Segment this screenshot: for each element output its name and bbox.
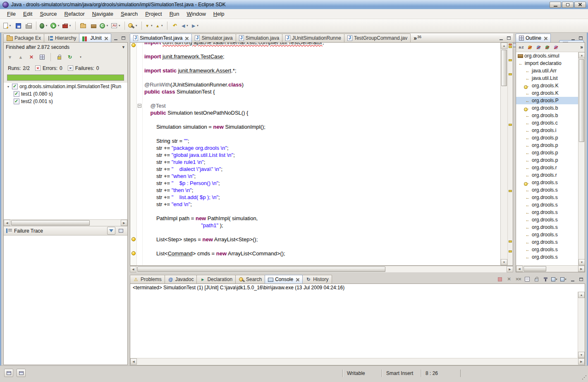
window-resize-grip[interactable] xyxy=(581,375,586,380)
outline-item[interactable]: ←org.drools.b xyxy=(516,104,578,112)
editor-tab[interactable]: JSimulationTest.java xyxy=(130,34,192,42)
editor-vertical-scrollbar[interactable]: ▲ ▼ xyxy=(500,43,507,265)
scroll-left-button[interactable]: ◀ xyxy=(516,266,523,272)
scroll-thumb[interactable] xyxy=(523,266,546,271)
editor-tab[interactable]: JTestGroupCommand.jav xyxy=(344,34,411,42)
restore-window-button[interactable] xyxy=(562,2,574,8)
minimize-view-button[interactable] xyxy=(570,35,576,41)
view-tab-package-ex[interactable]: Package Ex xyxy=(3,34,44,42)
overview-annotation[interactable] xyxy=(509,43,512,46)
compare-result-button[interactable] xyxy=(117,227,125,235)
outline-item[interactable]: ←org.drools.i xyxy=(516,127,578,134)
close-tab-icon[interactable] xyxy=(185,36,189,40)
outline-item[interactable]: ←org.drools.s xyxy=(516,179,578,186)
outline-item[interactable]: ←org.drools.s xyxy=(516,231,578,238)
outline-item[interactable]: ←org.drools.p xyxy=(516,142,578,149)
debug-button[interactable]: ▾ xyxy=(39,21,49,31)
editor-tab[interactable]: JSimulation.java xyxy=(236,34,282,42)
menu-item-navigate[interactable]: Navigate xyxy=(88,10,117,18)
remove-all-launches-button[interactable]: ✕✕ xyxy=(515,276,521,282)
clear-console-button[interactable] xyxy=(524,276,531,282)
scroll-down-button[interactable]: ▼ xyxy=(501,259,507,265)
overview-ruler[interactable] xyxy=(507,43,513,265)
scroll-right-button[interactable]: ▶ xyxy=(578,358,585,365)
minimize-window-button[interactable] xyxy=(550,2,561,8)
view-tab-hierarchy[interactable]: Hierarchy xyxy=(44,34,79,42)
junit-horizontal-scrollbar[interactable]: ◀ ▶ xyxy=(4,219,127,226)
run-button[interactable]: ▾ xyxy=(50,21,61,31)
junit-tree-item[interactable]: test1 (0.080 s) xyxy=(4,90,127,98)
menu-item-run[interactable]: Run xyxy=(166,10,183,18)
editor-horizontal-scrollbar[interactable]: ◀ ▶ xyxy=(130,266,513,272)
console-output[interactable]: ▲ ▼ xyxy=(130,292,585,358)
overview-annotation[interactable] xyxy=(509,73,512,75)
new-class-button[interactable]: C▾ xyxy=(99,21,110,31)
scroll-down-button[interactable]: ▼ xyxy=(578,352,585,358)
open-search-button[interactable]: ▾ xyxy=(127,21,139,31)
outline-item[interactable]: ←org.drools.s xyxy=(516,201,578,209)
warning-marker-icon[interactable] xyxy=(131,43,136,47)
junit-tree-item[interactable]: test2 (0.001 s) xyxy=(4,98,127,105)
scroll-down-button[interactable]: ▼ xyxy=(578,259,585,265)
last-edit-location-button[interactable]: ↶ xyxy=(170,21,180,31)
maximize-view-button[interactable] xyxy=(578,35,584,41)
save-button[interactable] xyxy=(13,21,23,31)
menu-item-help[interactable]: Help xyxy=(210,10,228,18)
code-editor[interactable]: import com.sun.org.apache.xalan.internal… xyxy=(143,43,500,265)
minimize-view-button[interactable] xyxy=(112,35,119,41)
filter-stack-trace-button[interactable] xyxy=(107,227,115,235)
view-menu-icon[interactable]: ▼ xyxy=(122,45,125,49)
editor-tab[interactable]: JJUnitSimulationRunne xyxy=(282,34,344,42)
scroll-thumb[interactable] xyxy=(501,50,507,86)
warning-marker-icon[interactable] xyxy=(131,237,136,241)
outline-item[interactable]: ←org.drools.r xyxy=(516,164,578,171)
outline-item[interactable]: ←org.drools.K xyxy=(516,82,578,89)
expander-icon[interactable]: ▾ xyxy=(6,85,10,89)
terminate-button[interactable] xyxy=(497,276,503,282)
scroll-left-button[interactable]: ◀ xyxy=(4,220,10,226)
menu-item-edit[interactable]: Edit xyxy=(19,10,36,18)
view-tab-outline[interactable]: Outline xyxy=(516,34,551,42)
hide-static-members-button[interactable] xyxy=(535,44,542,50)
overview-annotation[interactable] xyxy=(509,59,512,61)
outline-item[interactable]: ←import declaratio xyxy=(516,60,578,67)
outline-item[interactable]: ←org.drools.b xyxy=(516,112,578,119)
open-console-button[interactable]: ▾ xyxy=(560,276,567,282)
previous-annotation-button[interactable]: ▲▾ xyxy=(155,21,165,31)
forward-button[interactable]: ▶▾ xyxy=(191,21,201,31)
more-editors-chevron[interactable]: »36 xyxy=(414,35,421,42)
outline-item[interactable]: ←org.drools.s xyxy=(516,246,578,253)
external-tools-button[interactable]: ▾ xyxy=(62,21,73,31)
outline-item[interactable]: ←org.drools.s xyxy=(516,238,578,246)
console-horizontal-scrollbar[interactable]: ◀ ▶ xyxy=(130,358,585,365)
maximize-view-button[interactable] xyxy=(578,276,584,282)
new-wizard-button[interactable]: ▾ xyxy=(2,21,13,31)
outline-item[interactable]: ←org.drools.p xyxy=(516,156,578,164)
junit-tree-item[interactable]: ▾org.drools.simulation.impl.SimulationTe… xyxy=(4,83,127,90)
close-tab-icon[interactable] xyxy=(544,36,547,40)
menu-item-source[interactable]: Source xyxy=(36,10,60,18)
new-junit-test-button[interactable]: JU▾ xyxy=(110,21,122,31)
console-tab-console[interactable]: Console xyxy=(265,275,303,283)
back-button[interactable]: ◀▾ xyxy=(180,21,190,31)
outline-item[interactable]: ←org.drools.s xyxy=(516,223,578,231)
maximize-editor-button[interactable] xyxy=(506,35,512,41)
rerun-test-button[interactable]: ↻ xyxy=(65,53,74,62)
scroll-lock-button[interactable] xyxy=(533,276,540,282)
outline-item[interactable]: ←org.drools.s xyxy=(516,186,578,194)
menu-item-refactor[interactable]: Refactor xyxy=(61,10,88,18)
outline-vertical-scrollbar[interactable]: ▲ ▼ xyxy=(578,52,585,265)
menu-item-project[interactable]: Project xyxy=(141,10,165,18)
close-tab-icon[interactable] xyxy=(104,36,108,40)
scroll-left-button[interactable]: ◀ xyxy=(130,358,137,365)
console-tab-history[interactable]: History xyxy=(302,275,332,283)
annotation-ruler[interactable] xyxy=(130,43,137,265)
view-shortcut-button[interactable] xyxy=(17,369,26,377)
console-tab-search[interactable]: Search xyxy=(235,275,265,283)
warning-marker-icon[interactable] xyxy=(131,251,136,255)
remove-launch-button[interactable]: ✕ xyxy=(506,276,512,282)
display-selected-console-button[interactable]: ▾ xyxy=(551,276,558,282)
outline-item[interactable]: ←java.util.List xyxy=(516,74,578,82)
scroll-left-button[interactable]: ◀ xyxy=(130,266,136,272)
close-tab-icon[interactable] xyxy=(296,278,299,281)
